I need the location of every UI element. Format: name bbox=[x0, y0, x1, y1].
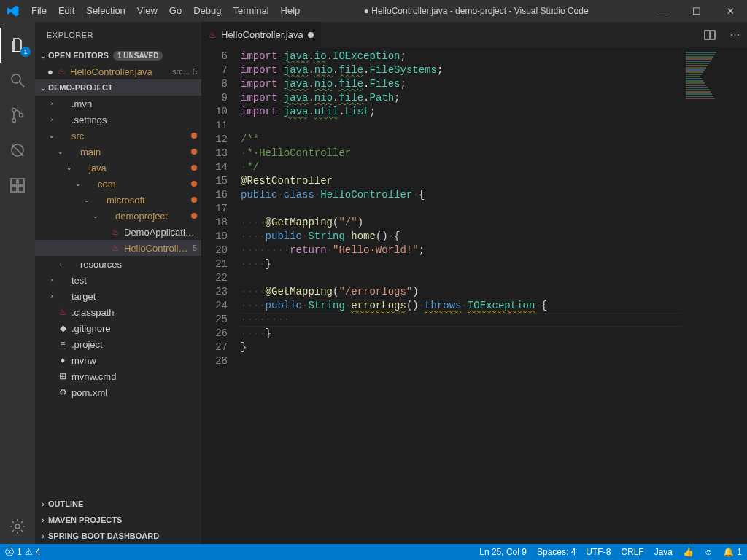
activity-explorer-icon[interactable]: 1 bbox=[0, 28, 35, 63]
code-line[interactable] bbox=[241, 271, 681, 285]
code-line[interactable]: ····public·String·home()·{ bbox=[241, 230, 681, 244]
code-line[interactable]: public·class·HelloController·{ bbox=[241, 188, 681, 202]
status-errors[interactable]: ⓧ1 ⚠4 bbox=[0, 544, 45, 560]
section-maven-projects[interactable]: ›Maven Projects bbox=[35, 512, 201, 528]
code-line[interactable]: ····public·String·errorLogs()·throws·IOE… bbox=[241, 299, 681, 313]
code-line[interactable] bbox=[241, 354, 681, 368]
code-editor[interactable]: 6789101112131415161718192021222324252627… bbox=[201, 47, 747, 544]
tree-item[interactable]: ◆.gitignore bbox=[35, 320, 201, 336]
minimap[interactable] bbox=[681, 47, 747, 544]
status-notifications[interactable]: 🔔1 bbox=[718, 544, 747, 560]
more-actions-icon[interactable]: ⋯ bbox=[722, 22, 747, 47]
file-path-tail: src... bbox=[172, 67, 190, 76]
code-line[interactable]: } bbox=[241, 341, 681, 354]
minimize-button[interactable]: ― bbox=[646, 0, 680, 22]
split-editor-icon[interactable] bbox=[697, 22, 722, 47]
code-line[interactable]: import java.nio.file.FileSystems; bbox=[241, 63, 681, 77]
tree-item[interactable]: ›.mvn bbox=[35, 96, 201, 112]
sidebar: Explorer ⌄ Open Editors 1 UNSAVED ●♨Hell… bbox=[35, 22, 201, 544]
twisty-icon: ⌄ bbox=[73, 180, 83, 187]
activity-search-icon[interactable] bbox=[0, 63, 35, 98]
tree-label: pom.xml bbox=[71, 387, 197, 398]
code-line[interactable]: import java.util.List; bbox=[241, 105, 681, 119]
activity-settings-icon[interactable] bbox=[0, 509, 35, 544]
status-thumbsup-icon[interactable]: 👍 bbox=[678, 544, 699, 560]
menu-file[interactable]: File bbox=[26, 0, 53, 22]
tree-item[interactable]: ⌄src bbox=[35, 128, 201, 144]
tree-item[interactable]: ›resources bbox=[35, 256, 201, 272]
menu-selection[interactable]: Selection bbox=[80, 0, 131, 22]
code-line[interactable] bbox=[241, 119, 681, 133]
problem-count: 5 bbox=[193, 244, 197, 252]
activity-source-control-icon[interactable] bbox=[0, 98, 35, 133]
code-line[interactable]: ·*·HelloController bbox=[241, 147, 681, 160]
editor-tabs: ♨HelloController.java ⋯ bbox=[201, 22, 747, 47]
project-section[interactable]: ⌄ demo-project bbox=[35, 79, 201, 96]
menu-debug[interactable]: Debug bbox=[187, 0, 227, 22]
svg-point-3 bbox=[20, 114, 23, 117]
tree-item[interactable]: ♦mvnw bbox=[35, 352, 201, 368]
activity-extensions-icon[interactable] bbox=[0, 168, 35, 203]
tree-item[interactable]: ⌄com bbox=[35, 176, 201, 192]
editor-tab[interactable]: ♨HelloController.java bbox=[201, 22, 322, 47]
modified-indicator bbox=[191, 133, 197, 139]
activity-bar: 1 bbox=[0, 22, 35, 544]
tree-item[interactable]: ♨.classpath bbox=[35, 304, 201, 320]
close-button[interactable]: ✕ bbox=[713, 0, 747, 22]
menu-edit[interactable]: Edit bbox=[53, 0, 80, 22]
maximize-button[interactable]: ☐ bbox=[680, 0, 713, 22]
tree-item[interactable]: ⌄java bbox=[35, 160, 201, 176]
code-line[interactable]: ····} bbox=[241, 327, 681, 341]
section-spring-boot-dashboard[interactable]: ›Spring-Boot Dashboard bbox=[35, 528, 201, 544]
code-line[interactable]: import java.nio.file.Path; bbox=[241, 91, 681, 105]
tree-item[interactable]: ♨DemoApplication.j... bbox=[35, 224, 201, 240]
tree-item[interactable]: ›.settings bbox=[35, 112, 201, 128]
status-lncol[interactable]: Ln 25, Col 9 bbox=[474, 544, 532, 560]
code-line[interactable]: ····@GetMapping("/") bbox=[241, 216, 681, 230]
twisty-icon: ⌄ bbox=[55, 148, 66, 155]
tree-item[interactable]: ⌄microsoft bbox=[35, 192, 201, 208]
menu-help[interactable]: Help bbox=[275, 0, 306, 22]
code-line[interactable] bbox=[241, 202, 681, 216]
window-controls: ― ☐ ✕ bbox=[646, 0, 747, 22]
tree-item[interactable]: ⚙pom.xml bbox=[35, 384, 201, 400]
activity-debug-icon[interactable] bbox=[0, 133, 35, 168]
tree-item[interactable]: ›test bbox=[35, 272, 201, 288]
tree-label: mvnw bbox=[71, 355, 197, 366]
code-line[interactable]: ····} bbox=[241, 257, 681, 271]
code-content[interactable]: import java.io.IOException;import java.n… bbox=[241, 47, 681, 544]
tree-label: mvnw.cmd bbox=[71, 371, 197, 382]
modified-indicator bbox=[191, 181, 197, 187]
twisty-icon: › bbox=[47, 276, 57, 284]
code-line[interactable]: import java.io.IOException; bbox=[241, 50, 681, 63]
tree-item[interactable]: ≡.project bbox=[35, 336, 201, 352]
tree-item[interactable]: ⌄main bbox=[35, 144, 201, 160]
status-feedback-icon[interactable]: ☺ bbox=[699, 544, 718, 560]
menu-go[interactable]: Go bbox=[163, 0, 187, 22]
modified-indicator bbox=[191, 165, 197, 171]
open-editor-item[interactable]: ●♨HelloController.javasrc...5 bbox=[35, 63, 201, 79]
open-editors-section[interactable]: ⌄ Open Editors 1 UNSAVED bbox=[35, 47, 201, 63]
tree-item[interactable]: ⌄demoproject bbox=[35, 208, 201, 224]
code-line[interactable]: /** bbox=[241, 133, 681, 147]
tree-label: .settings bbox=[71, 114, 197, 125]
code-line[interactable]: import java.nio.file.Files; bbox=[241, 77, 681, 91]
tree-item[interactable]: ♨HelloControlle...5 bbox=[35, 240, 201, 256]
menu-terminal[interactable]: Terminal bbox=[227, 0, 274, 22]
code-line[interactable]: ········return·"Hello·World!"; bbox=[241, 244, 681, 257]
status-eol[interactable]: CRLF bbox=[616, 544, 649, 560]
code-line[interactable]: ········ bbox=[241, 313, 681, 327]
text-file-icon: ≡ bbox=[57, 339, 69, 349]
code-line[interactable]: ····@GetMapping("/errorlogs") bbox=[241, 285, 681, 299]
menu-view[interactable]: View bbox=[131, 0, 163, 22]
section-outline[interactable]: ›Outline bbox=[35, 496, 201, 512]
code-line[interactable]: @RestController bbox=[241, 174, 681, 188]
tree-item[interactable]: ›target bbox=[35, 288, 201, 304]
status-spaces[interactable]: Spaces: 4 bbox=[532, 544, 581, 560]
tree-label: .classpath bbox=[71, 307, 197, 318]
xml-file-icon: ⚙ bbox=[57, 387, 69, 397]
status-encoding[interactable]: UTF-8 bbox=[581, 544, 616, 560]
code-line[interactable]: ·*/ bbox=[241, 160, 681, 174]
status-language[interactable]: Java bbox=[649, 544, 678, 560]
tree-item[interactable]: ⊞mvnw.cmd bbox=[35, 368, 201, 384]
